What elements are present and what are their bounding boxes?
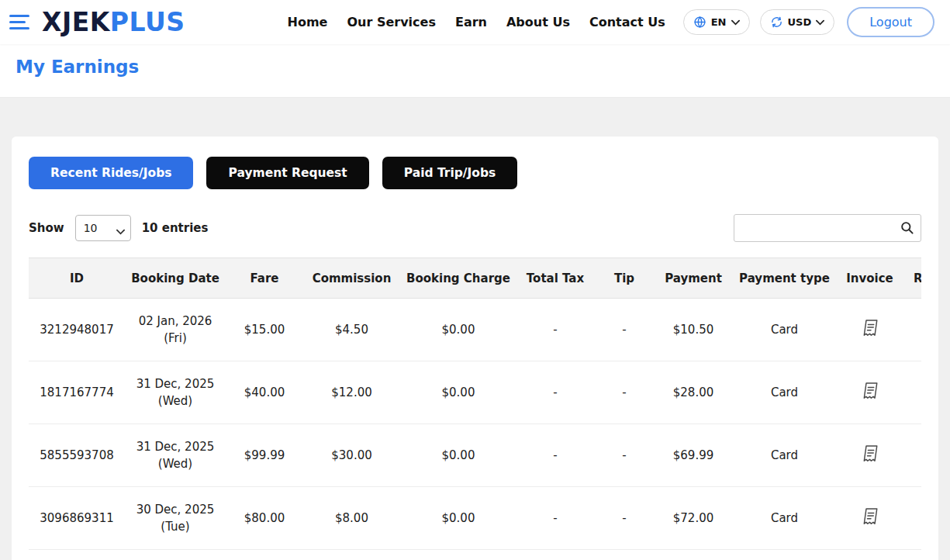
cell-payment: $10.50 (655, 299, 732, 361)
column-header-total-tax: Total Tax (516, 258, 594, 299)
invoice-icon[interactable] (862, 319, 879, 340)
cell-tip: - (594, 424, 655, 487)
tab-payment-request[interactable]: Payment Request (206, 157, 368, 189)
cell-tip: - (594, 487, 655, 550)
cell-payment: $72.00 (655, 487, 732, 550)
column-header-tip: Tip (594, 258, 655, 299)
chevron-down-icon (816, 19, 824, 26)
nav-link-home[interactable]: Home (288, 15, 328, 29)
show-label: Show (29, 221, 64, 235)
cell-review (903, 487, 921, 550)
cell-review (903, 299, 921, 361)
language-label: EN (711, 16, 727, 28)
table-row: 585559370831 Dec, 2025(Wed)$99.99$30.00$… (29, 424, 921, 487)
cell-booking-date: 31 Dec, 2025(Wed) (125, 361, 226, 424)
cell-invoice (837, 424, 903, 487)
currency-label: USD (788, 16, 812, 28)
invoice-icon[interactable] (862, 507, 879, 529)
tabs: Recent Rides/JobsPayment RequestPaid Tri… (29, 157, 921, 189)
cell-booking-charge: $0.00 (400, 487, 516, 550)
title-section: My Earnings (0, 44, 950, 98)
nav-link-contact-us[interactable]: Contact Us (589, 15, 665, 29)
cell-payment (655, 550, 732, 560)
currency-exchange-icon (770, 16, 783, 29)
translate-icon (693, 16, 706, 29)
table-header-row: IDBooking DateFareCommissionBooking Char… (29, 258, 921, 299)
cell-booking-date: 30 Dec, 2025 (125, 550, 226, 560)
cell-commission: $30.00 (303, 424, 400, 487)
cell-booking-charge: $0.00 (400, 424, 516, 487)
search-wrap (734, 214, 921, 242)
cell-payment-type: Card (732, 487, 837, 550)
cell-total-tax: - (516, 424, 594, 487)
search-icon[interactable] (900, 220, 914, 238)
cell-payment-type: Card (732, 361, 837, 424)
table-row: 181716777431 Dec, 2025(Wed)$40.00$12.00$… (29, 361, 921, 424)
language-selector[interactable]: EN (683, 9, 750, 35)
cell-fare: $40.00 (226, 361, 303, 424)
cell-total-tax (516, 550, 594, 560)
entries-count-label: 10 entries (142, 221, 209, 235)
cell-invoice (837, 487, 903, 550)
page-size-select-wrap: 10 (75, 215, 131, 241)
nav-link-our-services[interactable]: Our Services (347, 15, 436, 29)
cell-tip: - (594, 361, 655, 424)
cell-invoice (837, 299, 903, 361)
column-header-commission: Commission (303, 258, 400, 299)
cell-id: 1817167774 (29, 361, 125, 424)
cell-total-tax: - (516, 299, 594, 361)
cell-commission (303, 550, 400, 560)
table-controls: Show 10 10 entries (29, 214, 921, 242)
currency-selector[interactable]: USD (760, 9, 835, 35)
tab-recent-rides-jobs[interactable]: Recent Rides/Jobs (29, 157, 193, 189)
cell-id (29, 550, 125, 560)
cell-booking-date: 02 Jan, 2026(Fri) (125, 299, 226, 361)
logo[interactable]: XJEKPLUS (42, 7, 185, 37)
main-area: Recent Rides/JobsPayment RequestPaid Tri… (0, 98, 950, 560)
search-input[interactable] (734, 214, 921, 242)
earnings-table: IDBooking DateFareCommissionBooking Char… (29, 258, 921, 560)
cell-booking-charge (400, 550, 516, 560)
cell-review (903, 424, 921, 487)
column-header-payment-type: Payment type (732, 258, 837, 299)
cell-fare (226, 550, 303, 560)
cell-tip: - (594, 299, 655, 361)
cell-payment-type: Card (732, 299, 837, 361)
nav-link-about-us[interactable]: About Us (506, 15, 570, 29)
invoice-icon[interactable] (862, 444, 879, 466)
page-title: My Earnings (16, 57, 934, 77)
logo-part-2: PLUS (110, 7, 185, 37)
logout-button[interactable]: Logout (847, 7, 934, 37)
cell-booking-charge: $0.00 (400, 361, 516, 424)
cell-invoice (837, 550, 903, 560)
column-header-id: ID (29, 258, 125, 299)
column-header-booking-date: Booking Date (125, 258, 226, 299)
cell-fare: $80.00 (226, 487, 303, 550)
cell-tip (594, 550, 655, 560)
logo-part-1: XJEK (42, 7, 110, 37)
top-navbar: XJEKPLUS HomeOur ServicesEarnAbout UsCon… (0, 0, 950, 44)
cell-fare: $15.00 (226, 299, 303, 361)
cell-review (903, 550, 921, 560)
cell-total-tax: - (516, 487, 594, 550)
tab-paid-trip-jobs[interactable]: Paid Trip/Jobs (382, 157, 518, 189)
invoice-icon[interactable] (862, 382, 879, 403)
hamburger-menu-icon[interactable] (9, 15, 29, 29)
cell-booking-date: 31 Dec, 2025(Wed) (125, 424, 226, 487)
cell-fare: $99.99 (226, 424, 303, 487)
earnings-card: Recent Rides/JobsPayment RequestPaid Tri… (12, 137, 938, 560)
earnings-table-wrap: IDBooking DateFareCommissionBooking Char… (29, 258, 921, 560)
cell-id: 3096869311 (29, 487, 125, 550)
table-body: 321294801702 Jan, 2026(Fri)$15.00$4.50$0… (29, 299, 921, 560)
cell-payment: $28.00 (655, 361, 732, 424)
nav-link-earn[interactable]: Earn (455, 15, 487, 29)
page-size-select[interactable]: 10 (75, 215, 131, 241)
cell-id: 3212948017 (29, 299, 125, 361)
cell-review (903, 361, 921, 424)
cell-payment: $69.99 (655, 424, 732, 487)
cell-total-tax: - (516, 361, 594, 424)
column-header-fare: Fare (226, 258, 303, 299)
cell-payment-type (732, 550, 837, 560)
column-header-payment: Payment (655, 258, 732, 299)
column-header-booking-charge: Booking Charge (400, 258, 516, 299)
